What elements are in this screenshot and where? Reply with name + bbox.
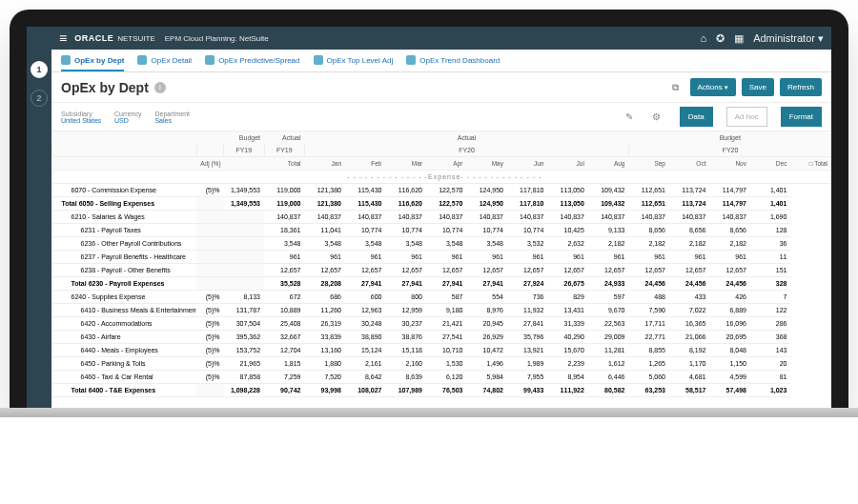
cell-row-total[interactable]: 11 [750,251,790,264]
row-label[interactable]: 6420 - Accommodations [52,317,197,331]
cell-value[interactable]: 600 [345,291,385,304]
table-row[interactable]: 6450 - Parking & Tolls(5)%21,9651,8151,8… [52,357,832,371]
cell-value[interactable]: 961 [345,251,385,264]
cell-budget[interactable]: 21,965 [224,357,264,371]
cell-value[interactable]: 1,265 [628,357,668,371]
cell-value[interactable]: 736 [507,291,547,304]
cell-value[interactable]: 961 [669,251,709,264]
table-row[interactable]: Total 6230 - Payroll Expenses35,52828,20… [52,277,832,291]
table-row[interactable]: 6070 - Commission Expense(5)%1,349,55311… [52,184,832,197]
cell-value[interactable]: 140,837 [547,211,587,224]
cell-value[interactable]: 20,945 [466,317,506,331]
cell-value[interactable]: 5,060 [628,371,668,384]
filter-department[interactable]: Department Sales [154,111,190,124]
cell-value[interactable]: 20,695 [709,331,749,344]
cell-adj[interactable] [196,197,223,211]
cell-row-total[interactable]: 1,401 [750,197,790,211]
cell-value[interactable]: 24,456 [628,277,668,291]
cell-row-total[interactable]: 20 [750,357,790,371]
cell-value[interactable]: 10,774 [507,224,547,237]
refresh-button[interactable]: Refresh [780,78,822,96]
cell-adj[interactable]: (5)% [196,184,223,197]
cell-value[interactable]: 13,431 [547,304,587,317]
tab-opex-toplevel[interactable]: OpEx Top Level Adj [314,55,394,71]
cell-value[interactable]: 433 [669,291,709,304]
cell-value[interactable]: 22,771 [628,331,668,344]
mode-format-button[interactable]: Format [781,107,822,127]
cell-value[interactable]: 12,657 [507,264,547,277]
cell-value[interactable]: 109,432 [588,184,629,197]
cell-value[interactable]: 115,430 [345,197,385,211]
cell-value[interactable]: 15,670 [547,344,587,357]
cell-adj[interactable]: (5)% [196,331,223,344]
table-row[interactable]: 6410 - Business Meals & Entertainment(5)… [52,304,832,317]
cell-budget[interactable] [224,277,264,291]
cell-value[interactable]: 2,161 [345,357,385,371]
cell-adj[interactable]: (5)% [196,304,223,317]
cell-value[interactable]: 8,855 [628,344,668,357]
cell-value[interactable]: 10,774 [345,224,385,237]
cell-total[interactable]: 961 [264,251,304,264]
cell-value[interactable]: 140,837 [588,211,629,224]
cell-value[interactable]: 961 [466,251,506,264]
mode-adhoc-button[interactable]: Ad hoc [726,107,767,127]
cell-value[interactable]: 40,290 [547,331,587,344]
cell-adj[interactable]: (5)% [196,371,223,384]
row-label[interactable]: 6238 - Payroll - Other Benefits [52,264,197,277]
cell-value[interactable]: 11,932 [507,304,547,317]
cell-value[interactable]: 12,657 [426,264,466,277]
cell-value[interactable]: 1,880 [305,357,345,371]
cell-value[interactable]: 116,620 [385,197,425,211]
row-label[interactable]: Total 6230 - Payroll Expenses [52,277,197,291]
cell-value[interactable]: 8,642 [345,371,385,384]
cell-value[interactable]: 1,150 [709,357,749,371]
row-label[interactable]: Total 6400 - T&E Expenses [52,384,197,397]
step-2[interactable]: 2 [31,90,48,107]
row-label[interactable]: 6240 - Supplies Expense [52,291,197,304]
cell-value[interactable]: 686 [305,291,345,304]
cell-value[interactable]: 10,425 [547,224,587,237]
cell-value[interactable]: 27,924 [507,277,547,291]
table-row[interactable]: 6210 - Salaries & Wages140,837140,837140… [52,211,832,224]
cell-value[interactable]: 112,651 [628,184,668,197]
cell-value[interactable]: 7,955 [507,371,547,384]
cell-value[interactable]: 554 [466,291,506,304]
cell-value[interactable]: 2,182 [669,237,709,251]
cell-value[interactable]: 961 [305,251,345,264]
cell-value[interactable]: 10,710 [426,344,466,357]
cell-value[interactable]: 7,590 [628,304,668,317]
cell-value[interactable]: 3,548 [345,237,385,251]
table-row[interactable]: Total 6400 - T&E Expenses1,098,22890,742… [52,384,832,397]
cell-value[interactable]: 16,365 [669,317,709,331]
row-label[interactable]: 6460 - Taxi & Car Rental [52,371,197,384]
cell-value[interactable]: 12,963 [345,304,385,317]
cell-value[interactable]: 122,570 [426,184,466,197]
cell-value[interactable]: 24,933 [588,277,629,291]
cell-row-total[interactable]: 1,023 [750,384,790,397]
cell-value[interactable]: 2,239 [547,357,587,371]
gear-icon[interactable]: ⚙ [652,111,661,122]
cell-row-total[interactable]: 81 [750,371,790,384]
cell-value[interactable]: 3,548 [466,237,506,251]
cell-value[interactable]: 5,984 [466,371,506,384]
cell-row-total[interactable]: 128 [750,224,790,237]
cell-value[interactable]: 8,976 [466,304,506,317]
cell-value[interactable]: 6,889 [709,304,749,317]
cell-value[interactable]: 12,657 [305,264,345,277]
cell-row-total[interactable]: 122 [750,304,790,317]
info-icon[interactable]: i [154,82,166,93]
cell-value[interactable]: 9,180 [426,304,466,317]
cell-value[interactable]: 124,950 [466,184,506,197]
cell-value[interactable]: 7,022 [669,304,709,317]
cell-value[interactable]: 76,503 [426,384,466,397]
cell-value[interactable]: 140,837 [466,211,506,224]
cell-value[interactable]: 1,170 [669,357,709,371]
cell-value[interactable]: 121,380 [305,184,345,197]
cell-value[interactable]: 800 [385,291,425,304]
cell-value[interactable]: 8,954 [547,371,587,384]
cell-budget[interactable]: 1,349,553 [224,184,264,197]
cell-value[interactable]: 140,837 [345,211,385,224]
cell-value[interactable]: 426 [709,291,749,304]
cell-value[interactable]: 11,281 [588,344,629,357]
pencil-icon[interactable]: ✎ [625,111,633,122]
